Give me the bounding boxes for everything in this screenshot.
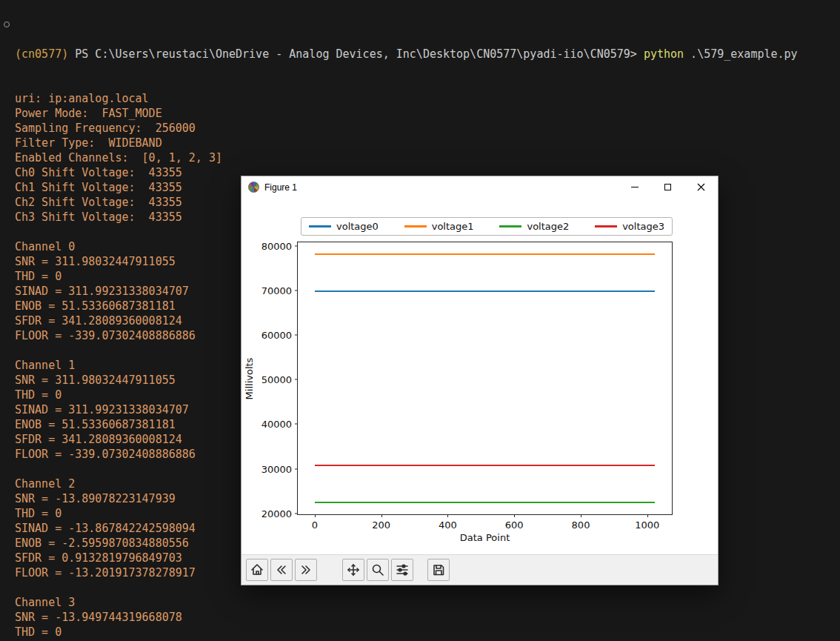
legend-label: voltage3 <box>622 221 664 232</box>
x-tick <box>315 514 316 517</box>
x-tick-label: 200 <box>372 519 390 531</box>
y-tick <box>295 468 298 469</box>
terminal-output-line: Channel 3 <box>15 595 798 610</box>
x-tick-label: 1000 <box>635 519 659 531</box>
window-titlebar[interactable]: Figure 1 <box>241 176 718 198</box>
conda-env-label: (cn0577) <box>15 47 68 61</box>
x-tick-label: 600 <box>505 519 524 531</box>
legend-entry-voltage2: voltage2 <box>499 221 569 232</box>
terminal-prompt-line: (cn0577) PS C:\Users\reustaci\OneDrive -… <box>15 47 798 62</box>
legend-label: voltage0 <box>336 221 379 232</box>
terminal-output-line: Enabled Channels: [0, 1, 2, 3] <box>15 150 798 165</box>
x-tick <box>381 514 382 517</box>
close-button[interactable] <box>684 176 718 198</box>
x-tick <box>581 514 581 517</box>
plot-toolbar <box>241 554 718 585</box>
y-tick-label: 60000 <box>261 330 292 341</box>
matplotlib-figure-window: Figure 1 voltage0voltage1voltage2voltage… <box>241 176 719 585</box>
x-axis-label: Data Point <box>460 532 510 543</box>
terminal-output-line: Power Mode: FAST_MODE <box>15 106 798 121</box>
minimize-button[interactable] <box>618 176 651 198</box>
y-tick-label: 20000 <box>261 508 292 519</box>
pan-icon <box>346 562 361 577</box>
series-line-voltage2 <box>315 502 655 503</box>
y-tick-label: 50000 <box>261 374 292 385</box>
legend-entry-voltage0: voltage0 <box>309 221 379 232</box>
y-tick <box>295 424 298 425</box>
legend-line-sample <box>404 225 427 227</box>
forward-button[interactable] <box>295 559 317 581</box>
zoom-button[interactable] <box>367 559 389 581</box>
configure-subplots-icon <box>395 562 410 577</box>
terminal-output-line: uri: ip:analog.local <box>15 91 798 106</box>
zoom-icon <box>370 562 385 577</box>
pan-button[interactable] <box>342 559 364 581</box>
y-tick <box>295 335 298 336</box>
legend-line-sample <box>309 225 331 227</box>
configure-subplots-button[interactable] <box>391 559 413 581</box>
home-button[interactable] <box>246 559 268 581</box>
close-icon <box>697 183 705 191</box>
series-line-voltage0 <box>315 290 655 292</box>
series-line-voltage3 <box>315 465 655 466</box>
x-tick <box>514 514 515 517</box>
command-success-decoration-icon <box>4 21 10 27</box>
terminal-output-line: SNR = -13.949744319668078 <box>15 610 798 625</box>
x-tick-label: 800 <box>572 519 590 531</box>
home-icon <box>250 562 264 577</box>
y-tick-label: 70000 <box>261 285 292 296</box>
legend: voltage0voltage1voltage2voltage3 <box>301 217 673 236</box>
x-tick-label: 400 <box>439 519 457 531</box>
plot-area[interactable]: Millivolts Data Point 200003000040000500… <box>297 242 673 515</box>
save-icon <box>431 562 446 577</box>
legend-entry-voltage1: voltage1 <box>404 221 474 232</box>
y-tick-label: 40000 <box>261 419 292 430</box>
prompt-command-args: .\579_example.py <box>684 47 798 61</box>
figure-canvas: voltage0voltage1voltage2voltage3 Millivo… <box>241 198 718 554</box>
save-button[interactable] <box>427 559 450 581</box>
y-tick <box>295 245 298 246</box>
y-tick <box>295 513 298 514</box>
legend-label: voltage2 <box>527 221 569 232</box>
maximize-icon <box>664 184 671 190</box>
y-tick <box>295 379 298 380</box>
series-line-voltage1 <box>315 253 655 255</box>
x-tick-label: 0 <box>312 519 318 531</box>
legend-line-sample <box>499 225 521 227</box>
x-tick <box>647 514 648 517</box>
window-controls <box>618 176 718 198</box>
terminal-output-line: THD = 0 <box>15 625 798 640</box>
terminal-output-line: Filter Type: WIDEBAND <box>15 136 798 150</box>
prompt-path: PS C:\Users\reustaci\OneDrive - Analog D… <box>68 47 637 61</box>
prompt-command: python <box>637 47 684 61</box>
y-tick-label: 80000 <box>261 240 292 251</box>
minimize-icon <box>631 187 639 187</box>
legend-line-sample <box>595 225 617 227</box>
y-tick-label: 30000 <box>261 463 292 474</box>
terminal-output-line: Sampling Frequency: 256000 <box>15 121 798 136</box>
legend-label: voltage1 <box>432 221 474 232</box>
x-tick <box>447 514 448 517</box>
maximize-button[interactable] <box>651 176 684 198</box>
back-button[interactable] <box>270 559 293 581</box>
y-axis-label: Millivolts <box>244 357 255 399</box>
window-title: Figure 1 <box>264 182 297 193</box>
matplotlib-logo-icon <box>248 182 259 193</box>
forward-icon <box>299 562 313 577</box>
legend-entry-voltage3: voltage3 <box>595 221 664 232</box>
y-tick <box>295 290 298 290</box>
back-icon <box>274 562 289 577</box>
